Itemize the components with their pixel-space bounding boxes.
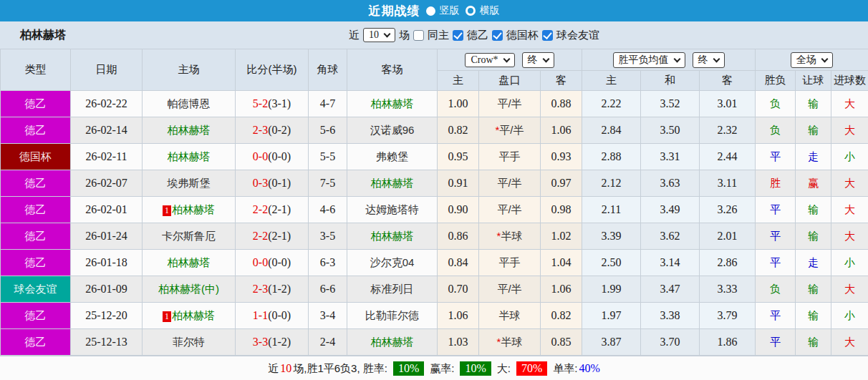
odds-away: 0.82	[541, 303, 582, 329]
col-header-away: 客场	[347, 49, 438, 91]
fulltime-score: 0-0	[253, 256, 268, 268]
away-team: 柏林赫塔	[347, 91, 438, 117]
avg-time-select[interactable]: 终	[693, 52, 725, 68]
filters: 近 10 场 同主 德乙 德国杯 球会友谊	[349, 21, 599, 49]
table-row: 德乙 26-01-18 柏林赫塔 0-0(0-0) 6-3 沙尔克04 0.84…	[1, 250, 868, 276]
result-wdl: 胜	[756, 170, 796, 197]
home-team: 帕德博恩	[143, 91, 236, 117]
away-team: 柏林赫塔	[347, 223, 438, 250]
avg-group-header: 胜平负均值 终	[582, 49, 756, 71]
chevron-down-icon	[821, 55, 829, 62]
league1-checkbox[interactable]	[453, 30, 463, 41]
avg-odds-select[interactable]: 胜平负均值	[613, 52, 685, 68]
handicap-text: 平/半	[497, 97, 521, 109]
sub-header-avg-away: 客	[700, 71, 756, 91]
match-date: 26-01-09	[71, 276, 143, 303]
table-row: 德乙 26-02-07 埃弗斯堡 0-3(0-1) 7-5 柏林赫塔 0.91 …	[1, 170, 868, 197]
sub-header-goals: 进球数	[831, 71, 868, 91]
match-count-select[interactable]: 10	[363, 28, 395, 42]
league3-label: 球会友谊	[556, 29, 599, 42]
result-wdl: 平	[756, 303, 796, 329]
full-match-select-value: 全场	[796, 54, 816, 67]
layout-radio-horizontal[interactable]: 横版	[466, 4, 500, 17]
handicap-line: *半球	[479, 223, 541, 250]
title-bar: 近期战绩 竖版 横版	[0, 0, 868, 21]
odds-away: 0.85	[541, 329, 582, 356]
home-team-name: 柏林赫塔(中)	[158, 283, 219, 295]
away-team: 沙尔克04	[347, 250, 438, 276]
halftime-score: (0-0)	[268, 256, 291, 268]
odds-time-select-value: 终	[528, 54, 538, 67]
fulltime-score: 2-2	[253, 230, 268, 242]
avg-away: 2.01	[700, 223, 756, 250]
col-header-type: 类型	[1, 49, 71, 91]
fulltime-score: 1-1	[253, 309, 268, 321]
odds-home: 0.86	[438, 223, 479, 250]
home-team-name: 柏林赫塔	[168, 256, 211, 268]
home-team: 柏林赫塔	[143, 250, 236, 276]
full-match-select[interactable]: 全场	[791, 52, 833, 68]
league2-checkbox[interactable]	[492, 30, 503, 41]
avg-draw: 3.14	[641, 250, 700, 276]
avg-away: 2.32	[700, 117, 756, 144]
score: 2-2(2-1)	[236, 197, 309, 223]
radio-unselected-icon[interactable]	[466, 6, 476, 16]
odds-time-select[interactable]: 终	[522, 52, 554, 68]
corners: 6-6	[309, 276, 347, 303]
odds-home: 0.91	[438, 170, 479, 197]
result-goals: 大	[831, 276, 868, 303]
match-type: 德乙	[1, 197, 71, 223]
avg-away: 3.26	[700, 197, 756, 223]
summary-prefix: 近	[268, 362, 279, 376]
avg-draw: 3.47	[641, 276, 700, 303]
away-team: 标准列日	[347, 276, 438, 303]
same-home-checkbox[interactable]	[413, 30, 424, 41]
home-team-name: 埃弗斯堡	[168, 177, 211, 189]
away-team-name: 达姆施塔特	[365, 203, 419, 215]
result-wdl: 平	[756, 223, 796, 250]
avg-away: 1.86	[700, 329, 756, 356]
radio-selected-icon[interactable]	[426, 6, 435, 16]
away-team: 柏林赫塔	[347, 329, 438, 356]
handicap-text: 平/半	[497, 283, 521, 295]
handicap-line: 平/半	[479, 197, 541, 223]
bookmaker-select[interactable]: Crow*	[465, 53, 514, 67]
match-type: 德乙	[1, 223, 71, 250]
avg-away: 3.33	[700, 276, 756, 303]
result-wdl: 负	[756, 117, 796, 144]
away-team: 达姆施塔特	[347, 197, 438, 223]
big-label: 大:	[497, 362, 511, 376]
corners: 3-5	[309, 223, 347, 250]
table-row: 德乙 25-12-13 菲尔特 3-3(1-2) 2-4 柏林赫塔 1.03 *…	[1, 329, 868, 356]
away-team: 比勒菲尔德	[347, 303, 438, 329]
home-team-name: 菲尔特	[173, 336, 205, 348]
table-row: 球会友谊 26-01-09 柏林赫塔(中) 2-3(1-2) 6-6 标准列日 …	[1, 276, 868, 303]
odds-away: 0.98	[541, 197, 582, 223]
away-team-name: 汉诺威96	[370, 124, 415, 136]
result-goals: 大	[831, 170, 868, 197]
layout-radio-vertical[interactable]: 竖版	[426, 4, 460, 17]
result-handicap: 赢	[796, 170, 831, 197]
match-type: 球会友谊	[1, 276, 71, 303]
score: 2-3(1-2)	[236, 276, 309, 303]
avg-home: 2.50	[582, 250, 641, 276]
away-team-name: 柏林赫塔	[371, 177, 414, 189]
match-type: 德乙	[1, 117, 71, 144]
chevron-down-icon	[542, 55, 549, 62]
handicap-line: 半球	[479, 303, 541, 329]
chevron-down-icon	[384, 31, 391, 38]
match-type: 德乙	[1, 303, 71, 329]
league3-checkbox[interactable]	[542, 30, 553, 41]
avg-home: 1.97	[582, 303, 641, 329]
avg-draw: 3.49	[641, 197, 700, 223]
match-date: 26-02-14	[71, 117, 143, 144]
avg-home: 2.11	[582, 197, 641, 223]
away-team: 柏林赫塔	[347, 170, 438, 197]
avg-draw: 3.63	[641, 170, 700, 197]
score: 0-3(0-1)	[236, 170, 309, 197]
match-date: 25-12-20	[71, 303, 143, 329]
home-team-name: 柏林赫塔	[168, 150, 211, 162]
result-wdl: 平	[756, 250, 796, 276]
odds-away: 1.04	[541, 250, 582, 276]
corners: 5-6	[309, 117, 347, 144]
